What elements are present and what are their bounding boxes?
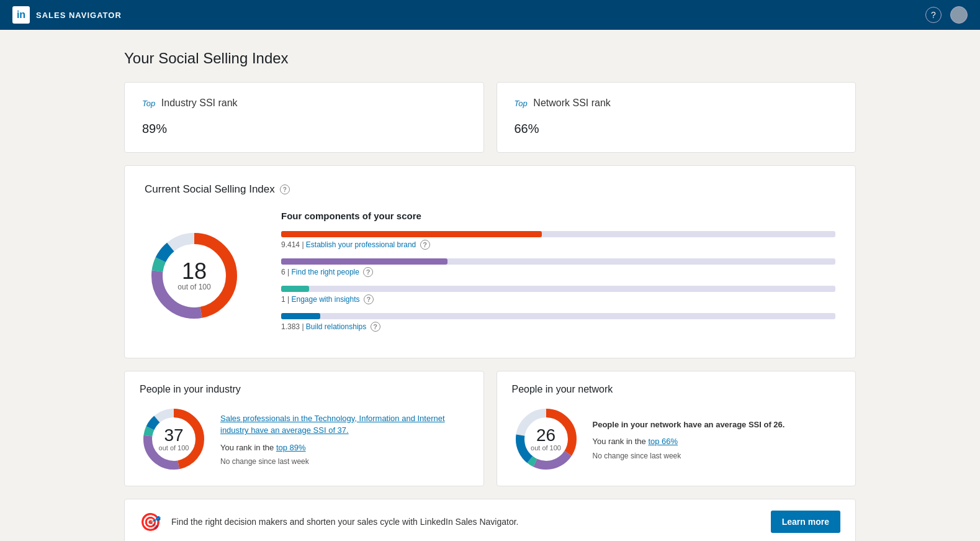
industry-card: People in your industry 37 out of 100 [124,371,484,486]
relationships-bar-bg [281,313,835,319]
network-rank-text: You rank in the top 66% [593,435,785,448]
components-title: Four components of your score [281,211,835,221]
header: in SALES NAVIGATOR ? [0,0,980,30]
help-icon[interactable]: ? [925,7,942,23]
industry-card-inner: 37 out of 100 Sales professionals in the… [140,405,469,473]
bottom-cards-row: People in your industry 37 out of 100 [124,371,856,486]
insights-help-icon[interactable]: ? [364,294,374,304]
brand-bar-bg [281,231,835,237]
network-rank-label: Top Network SSI rank [515,98,838,109]
industry-rank-unit: % [156,122,167,135]
brand-text: 9.414 | Establish your professional bran… [281,240,835,250]
industry-donut: 37 out of 100 [140,405,208,473]
header-left: in SALES NAVIGATOR [12,6,122,24]
header-title: SALES NAVIGATOR [36,11,122,20]
target-icon: 🎯 [140,512,161,532]
network-desc-bold: People in your network have an average S… [593,420,785,429]
banner-text: Find the right decision makers and short… [171,517,761,527]
insights-bar [281,286,309,292]
industry-rank-text: You rank in the top 89% [220,442,469,454]
people-text: 6 | Find the right people ? [281,267,835,277]
ssi-donut-chart: 18 out of 100 [145,226,244,325]
ssi-score: 18 [178,260,210,283]
component-relationships: 1.383 | Build relationships ? [281,313,835,332]
industry-rank-label: Top Industry SSI rank [142,98,466,109]
network-rank-type: Network SSI rank [533,98,610,108]
page-title: Your Social Selling Index [124,50,856,67]
main-content: Your Social Selling Index Top Industry S… [0,30,980,541]
people-bar [281,258,447,265]
industry-score: 37 [159,427,189,444]
network-rank-unit: % [528,122,539,135]
network-top-label: Top [515,99,528,108]
network-change: No change since last week [593,452,785,460]
people-bar-bg [281,258,835,265]
network-rank-value: 66% [515,111,838,137]
brand-link[interactable]: Establish your professional brand [306,240,416,249]
cta-banner: 🎯 Find the right decision makers and sho… [124,499,856,541]
component-brand: 9.414 | Establish your professional bran… [281,231,835,250]
ssi-help-icon[interactable]: ? [280,184,290,194]
ssi-components: Four components of your score 9.414 | Es… [281,211,835,340]
industry-score-sub: out of 100 [159,444,189,452]
industry-rank-value: 89% [142,111,466,137]
relationships-link[interactable]: Build relationships [306,322,366,331]
network-card-inner: 26 out of 100 People in your network hav… [512,405,841,473]
network-card-title: People in your network [512,384,841,395]
insights-link[interactable]: Engage with insights [291,295,359,304]
brand-help-icon[interactable]: ? [420,240,430,250]
avatar[interactable] [950,6,968,24]
ssi-score-label: 18 out of 100 [178,260,210,291]
people-help-icon[interactable]: ? [363,267,373,277]
learn-more-button[interactable]: Learn more [771,511,840,533]
people-link[interactable]: Find the right people [291,268,359,276]
industry-top-label: Top [142,99,155,108]
brand-bar [281,231,542,237]
industry-rank-type: Industry SSI rank [161,98,238,108]
industry-change: No change since last week [220,457,469,466]
network-description: People in your network have an average S… [593,419,785,460]
relationships-text: 1.383 | Build relationships ? [281,322,835,332]
ssi-score-sub: out of 100 [178,283,210,291]
insights-bar-bg [281,286,835,292]
industry-card-title: People in your industry [140,384,469,395]
ssi-content: 18 out of 100 Four components of your sc… [145,211,835,340]
linkedin-logo: in [12,6,30,24]
industry-rank-card: Top Industry SSI rank 89% [124,82,484,153]
header-right: ? [925,6,968,24]
ssi-title: Current Social Selling Index ? [145,183,835,196]
network-score: 26 [531,427,561,444]
industry-desc-link[interactable]: Sales professionals in the Technology, I… [220,414,445,435]
component-insights: 1 | Engage with insights ? [281,286,835,304]
network-rank-link[interactable]: top 66% [648,437,678,446]
industry-score-label: 37 out of 100 [159,427,189,452]
network-donut: 26 out of 100 [512,405,580,473]
network-card: People in your network 26 out of 100 [497,371,856,486]
network-score-label: 26 out of 100 [531,427,561,452]
logo-text: in [17,9,25,20]
industry-rank-link[interactable]: top 89% [276,443,306,452]
relationships-help-icon[interactable]: ? [371,322,380,332]
network-score-sub: out of 100 [531,444,561,452]
component-people: 6 | Find the right people ? [281,258,835,277]
rank-cards-row: Top Industry SSI rank 89% Top Network SS… [124,82,856,153]
industry-description: Sales professionals in the Technology, I… [220,412,469,466]
insights-text: 1 | Engage with insights ? [281,294,835,304]
network-rank-card: Top Network SSI rank 66% [497,82,856,153]
relationships-bar [281,313,320,319]
ssi-card: Current Social Selling Index ? [124,165,856,358]
